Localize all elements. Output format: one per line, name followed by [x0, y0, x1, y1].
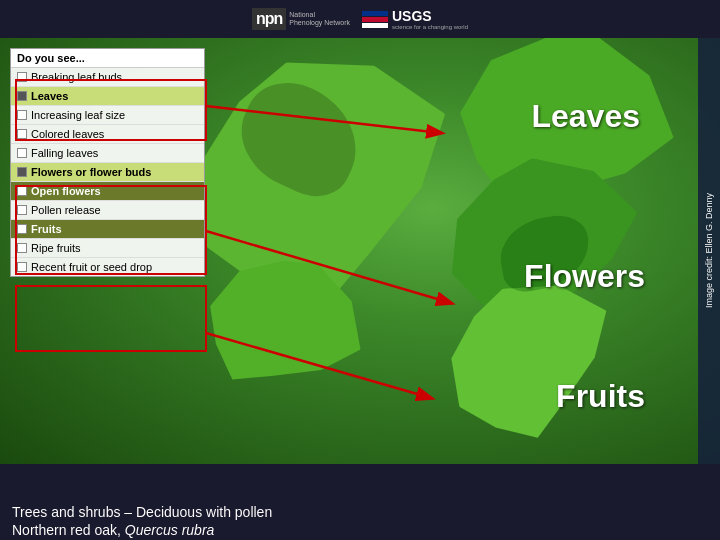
- bottom-bar: Trees and shrubs – Deciduous with pollen…: [0, 502, 720, 540]
- checklist-item-open-flowers[interactable]: Open flowers: [11, 182, 204, 201]
- label-leaves: Leaves: [531, 98, 640, 135]
- checklist-item-breaking-leaf-buds[interactable]: Breaking leaf buds: [11, 68, 204, 87]
- checkbox-breaking-leaf-buds[interactable]: [17, 72, 27, 82]
- usgs-logo: USGS science for a changing world: [362, 8, 468, 30]
- main-container: npn NationalPhenology Network USGS scien…: [0, 0, 720, 540]
- checklist-item-flowers-buds[interactable]: Flowers or flower buds: [11, 163, 204, 182]
- checkbox-flowers-buds[interactable]: [17, 167, 27, 177]
- bottom-text: Trees and shrubs – Deciduous with pollen…: [12, 503, 272, 539]
- checklist-item-fruits[interactable]: Fruits: [11, 220, 204, 239]
- checklist-item-pollen-release[interactable]: Pollen release: [11, 201, 204, 220]
- header-bar: npn NationalPhenology Network USGS scien…: [0, 0, 720, 38]
- checkbox-pollen-release[interactable]: [17, 205, 27, 215]
- checklist-item-leaves[interactable]: Leaves: [11, 87, 204, 106]
- image-credit-bar: Image credit: Ellen G. Denny: [698, 38, 720, 464]
- npn-logo: npn NationalPhenology Network: [252, 8, 350, 30]
- npn-logo-text: npn: [256, 10, 282, 28]
- usgs-sub-text: science for a changing world: [392, 24, 468, 30]
- image-credit-text: Image credit: Ellen G. Denny: [704, 193, 714, 308]
- checklist-header: Do you see...: [11, 49, 204, 68]
- bottom-line2: Northern red oak,: [12, 522, 125, 538]
- usgs-text: USGS science for a changing world: [392, 8, 468, 30]
- checklist-item-colored-leaves[interactable]: Colored leaves: [11, 125, 204, 144]
- checkbox-recent-fruit[interactable]: [17, 262, 27, 272]
- label-fruits: Fruits: [556, 378, 645, 415]
- checkbox-open-flowers[interactable]: [17, 186, 27, 196]
- usgs-main-text: USGS: [392, 8, 468, 24]
- checklist-item-increasing-leaf-size[interactable]: Increasing leaf size: [11, 106, 204, 125]
- bottom-line1: Trees and shrubs – Deciduous with pollen: [12, 504, 272, 520]
- main-area: Image credit: Ellen G. Denny Do you see.…: [0, 38, 720, 502]
- checkbox-leaves[interactable]: [17, 91, 27, 101]
- checklist-item-falling-leaves[interactable]: Falling leaves: [11, 144, 204, 163]
- checkbox-increasing-leaf-size[interactable]: [17, 110, 27, 120]
- label-flowers: Flowers: [524, 258, 645, 295]
- checkbox-ripe-fruits[interactable]: [17, 243, 27, 253]
- checklist-panel: Do you see... Breaking leaf buds Leaves …: [10, 48, 205, 277]
- bottom-line2-italic: Quercus rubra: [125, 522, 214, 538]
- checkbox-fruits[interactable]: [17, 224, 27, 234]
- checkbox-falling-leaves[interactable]: [17, 148, 27, 158]
- npn-logo-subtext: NationalPhenology Network: [289, 11, 350, 28]
- checkbox-colored-leaves[interactable]: [17, 129, 27, 139]
- checklist-item-recent-fruit[interactable]: Recent fruit or seed drop: [11, 258, 204, 276]
- checklist-item-ripe-fruits[interactable]: Ripe fruits: [11, 239, 204, 258]
